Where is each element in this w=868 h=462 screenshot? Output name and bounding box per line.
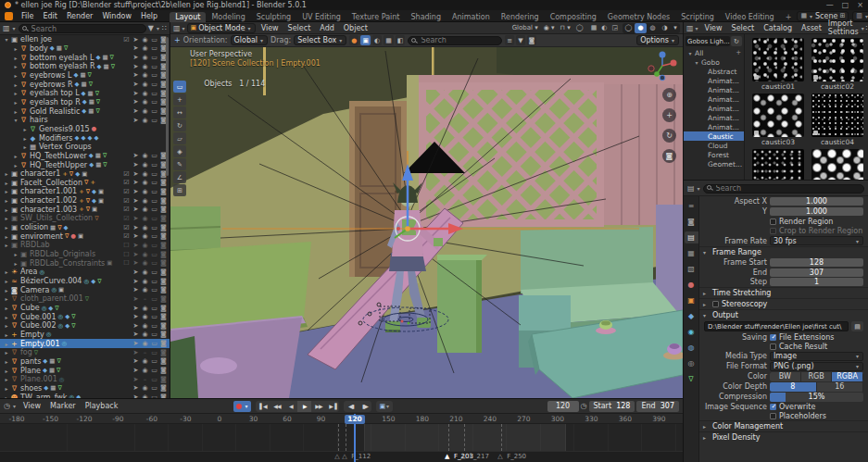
- selectable-icon[interactable]: ➤: [132, 215, 140, 222]
- aspect-x-field[interactable]: 1.000: [770, 197, 863, 206]
- outliner-row-bottom-eyelash-r[interactable]: ▸∇bottom eyelash R◆▦∇☐➤◉▭◙: [0, 62, 170, 71]
- auto-keying-button[interactable]: ▾: [233, 401, 251, 412]
- render-disable-icon[interactable]: ◙: [159, 268, 168, 276]
- outliner-row-genesis9-015[interactable]: ▸∇Genesis9.015●: [0, 125, 170, 134]
- transform-orientation[interactable]: Global ▾: [510, 23, 540, 33]
- selectable-icon[interactable]: ➤: [132, 278, 140, 285]
- expander-icon[interactable]: ▸: [3, 242, 10, 248]
- hanging-pole-2[interactable]: [432, 47, 434, 75]
- hide-eye-icon[interactable]: ◉: [141, 179, 149, 186]
- outliner-row-rbdlab[interactable]: ▸▣RBDLab☐➤◉▭◙: [0, 241, 170, 250]
- outliner-row-body[interactable]: ▸∇body◆▦∇☐➤◉▭◙: [0, 44, 170, 54]
- selectable-icon[interactable]: ➤: [132, 259, 140, 267]
- properties-tab-world[interactable]: ●: [685, 279, 698, 291]
- zoom-button[interactable]: ⊕: [662, 88, 676, 102]
- overwrite-checkbox[interactable]: [770, 404, 776, 410]
- selectable-icon[interactable]: ➤: [132, 232, 140, 240]
- selectable-icon[interactable]: ➤: [132, 44, 140, 52]
- outliner-row-camera[interactable]: ▸◙Camera◎▣☐➤◉▭◙: [0, 285, 170, 294]
- pan-button[interactable]: +: [662, 108, 676, 122]
- outliner-row-fog[interactable]: ▸∇fog∇☐➤–▭◙: [0, 348, 170, 357]
- expander-icon[interactable]: ▸: [3, 170, 10, 177]
- catalog-item-animat-[interactable]: Animat...: [684, 122, 744, 131]
- workspace-tab-compositing[interactable]: Compositing: [545, 12, 602, 22]
- workspace-tab-video-editing[interactable]: Video Editing: [720, 12, 780, 22]
- outliner-filter-icon[interactable]: ▼: [148, 24, 154, 32]
- expander-icon[interactable]: ▸: [3, 305, 10, 311]
- hide-eye-icon[interactable]: ◉: [141, 63, 149, 70]
- viewport-disable-icon[interactable]: ▭: [150, 384, 158, 392]
- orbit-button[interactable]: ↻: [662, 129, 676, 143]
- outliner-row-pants[interactable]: ▸∇pants◆▦∇☐➤◉▭◙: [0, 357, 170, 367]
- asset-menu-select[interactable]: Select: [727, 24, 760, 32]
- expander-icon[interactable]: ▾: [12, 117, 19, 123]
- menu-edit[interactable]: Edit: [38, 12, 62, 20]
- outliner-row-hairs[interactable]: ▾∇hairs☐➤◉▭◙: [0, 116, 170, 125]
- color-management-panel-header[interactable]: ▸Color Management: [699, 420, 868, 431]
- pixel-density-panel-header[interactable]: ▸Pixel Density: [699, 431, 868, 443]
- render-disable-icon[interactable]: ◙: [159, 242, 168, 249]
- outliner-row-facelt-collection[interactable]: ▸▣Facelt_Collection∇+☑➤◉▭◙: [0, 179, 170, 188]
- expander-icon[interactable]: ▸: [21, 135, 29, 142]
- viewport-disable-icon[interactable]: ▭: [150, 63, 158, 70]
- exclude-checkbox[interactable]: ☑: [122, 232, 131, 240]
- selectable-icon[interactable]: ➤: [132, 36, 140, 44]
- close-button[interactable]: ×: [857, 1, 863, 9]
- viewport-disable-icon[interactable]: ▭: [150, 170, 158, 178]
- frame-range-panel-header[interactable]: ▾Frame Range: [699, 246, 868, 257]
- options-dropdown[interactable]: Options ▾: [636, 35, 679, 45]
- frame-end-field[interactable]: End 307: [636, 401, 679, 412]
- hide-eye-icon[interactable]: ◉: [141, 268, 149, 276]
- media-type-dropdown[interactable]: Image▾: [770, 352, 863, 361]
- orientation-dropdown[interactable]: Global ▾: [231, 35, 269, 45]
- outliner-row-character1-003[interactable]: ▸▣character1.003+∇▣☑➤◉▭◙: [0, 205, 170, 214]
- exclude-checkbox[interactable]: ☐: [122, 242, 131, 249]
- expander-icon[interactable]: ▸: [12, 162, 19, 169]
- mode-dropdown[interactable]: ▣ Object Mode ▾: [187, 23, 256, 33]
- hide-eye-icon[interactable]: ◉: [141, 259, 149, 267]
- asset-menu-catalog[interactable]: Catalog: [759, 24, 797, 32]
- hide-eye-icon[interactable]: –: [141, 376, 149, 383]
- viewport-disable-icon[interactable]: ▭: [150, 90, 158, 97]
- hide-eye-icon[interactable]: ◉: [141, 117, 149, 124]
- viewport-disable-icon[interactable]: ▭: [150, 188, 158, 195]
- shading-solid-icon[interactable]: ●: [635, 23, 647, 33]
- outliner-row-bottom-eyelash-l[interactable]: ▸∇bottom eyelash L◆▦∇☐➤◉▭◙: [0, 53, 170, 62]
- minimize-button[interactable]: —: [826, 1, 834, 9]
- drag-dropdown[interactable]: Select Box ▾: [294, 35, 346, 45]
- camera-view-button[interactable]: ◙: [662, 149, 676, 163]
- viewport-disable-icon[interactable]: ▭: [150, 98, 158, 106]
- outliner-row-colision[interactable]: ▸▣colision▦∇◆☑➤◉▭◙: [0, 223, 170, 232]
- current-frame-field[interactable]: 120: [547, 401, 579, 412]
- expander-icon[interactable]: ▾: [3, 36, 10, 43]
- expander-icon[interactable]: ▾: [693, 59, 700, 66]
- marker-icon[interactable]: △: [334, 453, 339, 460]
- exclude-checkbox[interactable]: ☑: [122, 36, 131, 44]
- selectable-icon[interactable]: ➤: [132, 331, 140, 338]
- expander-icon[interactable]: ▸: [12, 55, 19, 61]
- shield-icon[interactable]: ◙: [527, 35, 537, 45]
- selectable-icon[interactable]: ➤: [132, 242, 140, 249]
- output-path-field[interactable]: D:\Blender stuff\render\Ellen joe\first …: [704, 321, 849, 331]
- mask-icon[interactable]: ◧: [396, 35, 406, 45]
- lattice-trellis-panel[interactable]: [419, 75, 683, 225]
- marker-icon[interactable]: △: [497, 453, 502, 460]
- viewport-disable-icon[interactable]: ▭: [150, 117, 158, 124]
- selectable-icon[interactable]: ➤: [132, 170, 140, 178]
- render-disable-icon[interactable]: ◙: [159, 331, 168, 338]
- expander-icon[interactable]: ▸: [12, 153, 19, 159]
- selectable-icon[interactable]: ➤: [132, 384, 140, 392]
- properties-tab-scene[interactable]: ▧: [685, 263, 698, 275]
- visibility-icon[interactable]: ▦: [384, 35, 394, 45]
- render-disable-icon[interactable]: ◙: [159, 215, 168, 222]
- viewport-disable-icon[interactable]: ▭: [150, 215, 158, 222]
- catalog-item-gobo[interactable]: ▾Gobo: [684, 57, 744, 67]
- selectable-icon[interactable]: ➤: [132, 81, 140, 88]
- expander-icon[interactable]: ▸: [3, 314, 10, 320]
- selectable-icon[interactable]: ➤: [132, 349, 140, 356]
- color-depth-option-8[interactable]: 8: [770, 382, 817, 392]
- viewport-menu-add[interactable]: Add: [315, 24, 339, 32]
- selectable-icon[interactable]: ➤: [132, 322, 140, 330]
- render-disable-icon[interactable]: ◙: [159, 251, 168, 258]
- tool-transform-icon[interactable]: ◈: [173, 145, 186, 157]
